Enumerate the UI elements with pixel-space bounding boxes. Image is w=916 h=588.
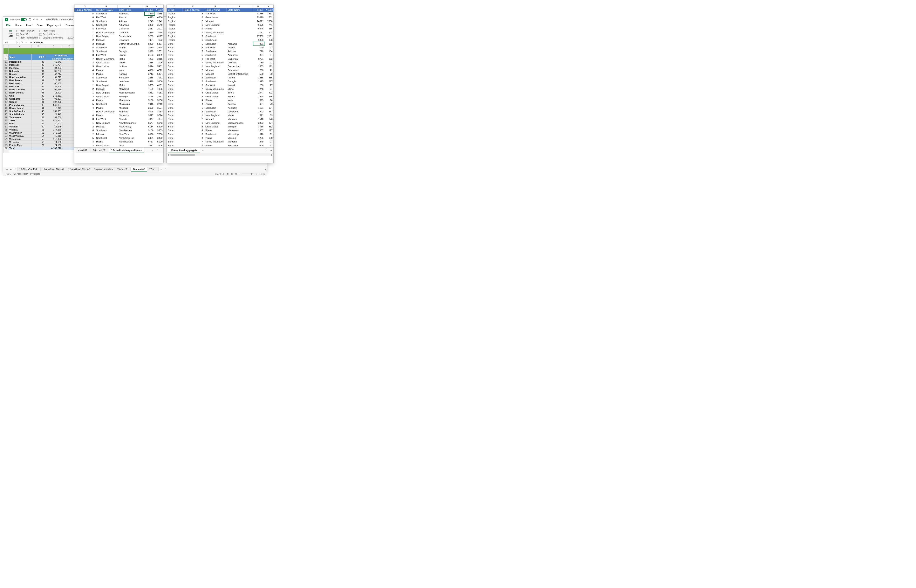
cell[interactable]: 3 (182, 95, 204, 99)
cell[interactable]: 3 (74, 65, 95, 68)
cell[interactable]: Michigan (227, 125, 253, 128)
cell[interactable]: Plains (204, 144, 227, 147)
cell[interactable]: 53 (32, 131, 45, 134)
get-data-button[interactable]: Get Data (6, 29, 15, 37)
cell[interactable]: Southeast (95, 79, 118, 83)
row-header[interactable]: 31 (3, 66, 8, 69)
cell[interactable]: 656 (265, 27, 274, 31)
cell[interactable]: State (167, 79, 182, 83)
zoom-out-icon[interactable]: − (239, 173, 240, 175)
cell[interactable]: 3011 (155, 76, 163, 79)
cell[interactable]: 3 (74, 61, 95, 65)
row-header[interactable]: 44 (3, 107, 8, 110)
cell[interactable]: Region (167, 34, 182, 38)
row-header[interactable]: 48 (3, 119, 8, 122)
cell[interactable]: South Dakota (8, 113, 32, 116)
cell[interactable]: Rocky Mountains (204, 140, 227, 144)
autosave-toggle[interactable] (21, 18, 27, 21)
ribbon-cmd[interactable]: Existing Connections (39, 36, 63, 40)
cell[interactable]: New York (118, 132, 144, 136)
cancel-formula-icon[interactable]: ✕ (20, 41, 24, 44)
cell[interactable]: 5 (74, 23, 95, 27)
row-header[interactable]: 51 (3, 128, 8, 131)
cell[interactable]: 3 (182, 15, 204, 19)
cell[interactable]: State (167, 140, 182, 144)
cell[interactable]: Mideast (95, 132, 118, 136)
sheet-tab[interactable]: 15-chart 01 (115, 167, 131, 171)
cell[interactable]: 8751 (253, 57, 265, 61)
cell[interactable]: State (167, 144, 182, 147)
column-header[interactable]: E (95, 5, 118, 8)
row-header[interactable]: 50 (3, 125, 8, 128)
cell[interactable]: 2219 (155, 102, 163, 106)
cell[interactable]: 14,245 (45, 125, 62, 128)
cell[interactable]: 3026 (155, 61, 163, 65)
tab-overflow-icon[interactable]: ⋯ (145, 149, 149, 152)
cell[interactable]: 6117 (155, 34, 163, 38)
cell[interactable]: Montana (227, 140, 253, 144)
cell[interactable]: 22 (265, 68, 274, 72)
row-header[interactable]: 46 (3, 113, 8, 116)
cell[interactable]: 5 (74, 49, 95, 53)
cell[interactable]: 5 (182, 53, 204, 57)
cell[interactable]: Massachusetts (227, 121, 253, 125)
cell[interactable]: Montana (8, 66, 32, 69)
cell[interactable]: New England (204, 23, 227, 27)
cell[interactable]: 36 (32, 85, 45, 88)
cell[interactable]: 5 (182, 34, 204, 38)
cell[interactable]: Kansas (118, 72, 144, 76)
cell[interactable]: 521 (253, 113, 265, 117)
cell[interactable]: New England (95, 34, 118, 38)
cell[interactable]: 255,251 (45, 94, 62, 97)
cell[interactable]: 385 (265, 76, 274, 79)
cell[interactable]: State (167, 72, 182, 76)
cell[interactable]: New England (95, 91, 118, 95)
worksheet-grid[interactable]: GroupRegion_NumberRegion_NameState_NameY… (167, 8, 274, 147)
cell[interactable]: 34 (32, 79, 45, 82)
table-column-header[interactable]: Y1991 (144, 8, 155, 12)
name-box[interactable]: A5 (4, 41, 16, 44)
tab-nav-prev-icon[interactable]: ◄ (5, 168, 9, 171)
cell[interactable]: Idaho (118, 57, 144, 61)
cell[interactable]: 3235 (253, 76, 265, 79)
cell[interactable]: Rocky Mountains (95, 57, 118, 61)
cell[interactable]: Plains (95, 68, 118, 72)
cell[interactable]: 188 (265, 136, 274, 140)
cell[interactable]: Rocky Mountains (95, 110, 118, 113)
row-header[interactable]: 47 (3, 116, 8, 119)
column-header[interactable]: H (264, 5, 273, 8)
cell[interactable]: Southwest (204, 38, 227, 42)
menu-file[interactable]: File (5, 23, 11, 28)
select-all-corner[interactable] (3, 45, 8, 48)
cell[interactable]: 2 (182, 72, 204, 76)
cell[interactable]: Southeast (95, 136, 118, 140)
cell[interactable]: 67,214 (45, 73, 62, 76)
cell[interactable]: Washington (8, 131, 32, 134)
cell[interactable]: Plains (204, 136, 227, 140)
cell[interactable]: Maine (118, 83, 144, 87)
cell[interactable]: 654 (253, 102, 265, 106)
cell[interactable]: 1751 (253, 31, 265, 34)
cell[interactable]: Kentucky (118, 76, 144, 79)
cell[interactable]: New Hampshire (118, 121, 144, 125)
cell[interactable]: 8 (74, 53, 95, 57)
cell[interactable]: 24,166 (45, 144, 62, 147)
cell[interactable]: 5 (74, 76, 95, 79)
tab-options-icon[interactable]: ⋮ (264, 149, 268, 152)
cell[interactable]: 4026 (144, 110, 155, 113)
cell[interactable]: 154,700 (45, 116, 62, 119)
cell[interactable]: 741 (265, 23, 274, 27)
cell[interactable]: State (167, 61, 182, 65)
column-header[interactable]: H (152, 5, 161, 8)
zoom-in-icon[interactable]: + (256, 173, 257, 175)
cell[interactable]: 3 (74, 144, 95, 147)
cell[interactable]: Plains (95, 99, 118, 102)
cell[interactable]: 5547 (144, 121, 155, 125)
cell[interactable]: Far West (95, 15, 118, 19)
cell[interactable]: Great Lakes (204, 91, 227, 95)
row-header[interactable] (3, 51, 8, 54)
cell[interactable]: Maryland (227, 117, 253, 121)
cell[interactable]: 56 (32, 141, 45, 144)
cell[interactable]: 190 (253, 46, 265, 49)
cell[interactable]: 13820 (253, 15, 265, 19)
